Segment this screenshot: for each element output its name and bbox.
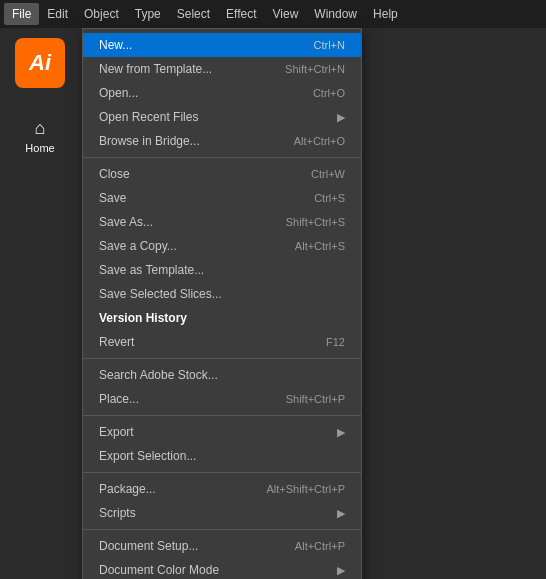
menu-item-shortcut-close: Ctrl+W — [311, 168, 345, 180]
menu-item-label-scripts: Scripts — [99, 506, 317, 520]
menu-item-shortcut-revert: F12 — [326, 336, 345, 348]
menu-item-label-export-selection: Export Selection... — [99, 449, 345, 463]
menu-item-shortcut-new-from-template: Shift+Ctrl+N — [285, 63, 345, 75]
menu-item-label-save-as: Save As... — [99, 215, 266, 229]
sidebar: Ai ⌂ Home — [0, 28, 80, 579]
menu-item-shortcut-save-copy: Alt+Ctrl+S — [295, 240, 345, 252]
menu-item-open-recent[interactable]: Open Recent Files▶ — [83, 105, 361, 129]
menu-item-close[interactable]: CloseCtrl+W — [83, 162, 361, 186]
menu-item-arrow-document-color-mode: ▶ — [337, 564, 345, 577]
menu-item-label-document-setup: Document Setup... — [99, 539, 275, 553]
menu-item-label-version-history: Version History — [99, 311, 345, 325]
menubar-items: FileEditObjectTypeSelectEffectViewWindow… — [4, 3, 406, 25]
menu-item-version-history[interactable]: Version History — [83, 306, 361, 330]
menubar-item-select[interactable]: Select — [169, 3, 218, 25]
menubar-item-effect[interactable]: Effect — [218, 3, 264, 25]
menu-item-save-as[interactable]: Save As...Shift+Ctrl+S — [83, 210, 361, 234]
menu-item-save[interactable]: SaveCtrl+S — [83, 186, 361, 210]
menu-item-place[interactable]: Place...Shift+Ctrl+P — [83, 387, 361, 411]
menu-item-label-browse: Browse in Bridge... — [99, 134, 274, 148]
separator-after-browse — [83, 157, 361, 158]
separator-after-revert — [83, 358, 361, 359]
menu-item-browse[interactable]: Browse in Bridge...Alt+Ctrl+O — [83, 129, 361, 153]
menu-item-search-stock[interactable]: Search Adobe Stock... — [83, 363, 361, 387]
menu-item-save-template[interactable]: Save as Template... — [83, 258, 361, 282]
home-icon: ⌂ — [35, 118, 46, 139]
menu-item-label-search-stock: Search Adobe Stock... — [99, 368, 345, 382]
menu-item-save-slices[interactable]: Save Selected Slices... — [83, 282, 361, 306]
menu-item-label-open: Open... — [99, 86, 293, 100]
sidebar-item-home[interactable]: ⌂ Home — [0, 108, 80, 164]
menubar-item-file[interactable]: File — [4, 3, 39, 25]
menu-item-package[interactable]: Package...Alt+Shift+Ctrl+P — [83, 477, 361, 501]
menu-bar: FileEditObjectTypeSelectEffectViewWindow… — [0, 0, 546, 28]
separator-after-place — [83, 415, 361, 416]
menu-item-document-setup[interactable]: Document Setup...Alt+Ctrl+P — [83, 534, 361, 558]
menu-item-revert[interactable]: RevertF12 — [83, 330, 361, 354]
menu-item-shortcut-browse: Alt+Ctrl+O — [294, 135, 345, 147]
menu-item-label-document-color-mode: Document Color Mode — [99, 563, 317, 577]
separator-after-scripts — [83, 529, 361, 530]
menu-item-label-package: Package... — [99, 482, 246, 496]
menu-item-label-open-recent: Open Recent Files — [99, 110, 317, 124]
menu-item-shortcut-save-as: Shift+Ctrl+S — [286, 216, 345, 228]
menu-item-open[interactable]: Open...Ctrl+O — [83, 81, 361, 105]
menu-item-shortcut-document-setup: Alt+Ctrl+P — [295, 540, 345, 552]
menu-item-label-save-copy: Save a Copy... — [99, 239, 275, 253]
menu-item-arrow-export: ▶ — [337, 426, 345, 439]
menu-item-label-save-slices: Save Selected Slices... — [99, 287, 345, 301]
menu-item-arrow-scripts: ▶ — [337, 507, 345, 520]
menu-item-scripts[interactable]: Scripts▶ — [83, 501, 361, 525]
menu-item-label-save: Save — [99, 191, 294, 205]
menubar-item-edit[interactable]: Edit — [39, 3, 76, 25]
menu-item-new[interactable]: New...Ctrl+N — [83, 33, 361, 57]
menu-item-shortcut-save: Ctrl+S — [314, 192, 345, 204]
menu-item-export-selection[interactable]: Export Selection... — [83, 444, 361, 468]
menu-item-arrow-open-recent: ▶ — [337, 111, 345, 124]
menu-item-document-color-mode[interactable]: Document Color Mode▶ — [83, 558, 361, 579]
menubar-item-object[interactable]: Object — [76, 3, 127, 25]
menu-item-shortcut-open: Ctrl+O — [313, 87, 345, 99]
menu-item-label-revert: Revert — [99, 335, 306, 349]
home-label: Home — [25, 142, 54, 154]
menu-item-shortcut-place: Shift+Ctrl+P — [286, 393, 345, 405]
menu-item-label-export: Export — [99, 425, 317, 439]
menu-item-shortcut-package: Alt+Shift+Ctrl+P — [266, 483, 345, 495]
menu-item-new-from-template[interactable]: New from Template...Shift+Ctrl+N — [83, 57, 361, 81]
menu-item-save-copy[interactable]: Save a Copy...Alt+Ctrl+S — [83, 234, 361, 258]
menu-item-export[interactable]: Export▶ — [83, 420, 361, 444]
menubar-item-help[interactable]: Help — [365, 3, 406, 25]
ai-logo: Ai — [15, 38, 65, 88]
menu-item-label-close: Close — [99, 167, 291, 181]
menu-item-label-save-template: Save as Template... — [99, 263, 345, 277]
menubar-item-window[interactable]: Window — [306, 3, 365, 25]
menubar-item-view[interactable]: View — [265, 3, 307, 25]
menu-item-label-place: Place... — [99, 392, 266, 406]
menu-item-label-new: New... — [99, 38, 294, 52]
file-menu-dropdown: New...Ctrl+NNew from Template...Shift+Ct… — [82, 28, 362, 579]
menu-item-label-new-from-template: New from Template... — [99, 62, 265, 76]
separator-after-export-selection — [83, 472, 361, 473]
menu-item-shortcut-new: Ctrl+N — [314, 39, 345, 51]
menubar-item-type[interactable]: Type — [127, 3, 169, 25]
